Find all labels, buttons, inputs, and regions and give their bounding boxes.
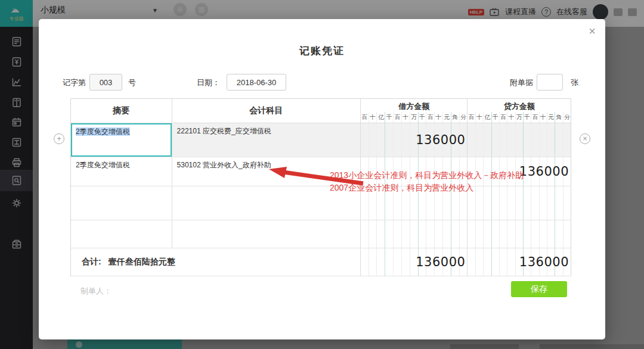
delete-row-button[interactable]: ×: [580, 133, 590, 144]
total-debit-cell: 136000: [361, 248, 468, 276]
header-credit: 贷方金额 百十亿千百十万千百十元角分: [467, 99, 571, 123]
summary-selected-text: 2季度免交增值税: [76, 127, 130, 136]
attachment-input[interactable]: [537, 74, 563, 91]
credit-cell[interactable]: [467, 123, 571, 157]
voucher-no-prefix: 记字第: [63, 77, 86, 88]
header-debit: 借方金额 百十亿千百十万千百十元角分: [361, 99, 468, 123]
total-credit-cell: 136000: [467, 248, 571, 276]
add-row-button[interactable]: +: [54, 133, 64, 144]
total-label: 合计:: [82, 257, 101, 267]
voucher-form-row: 记字第 号 日期： 附单据 张: [39, 74, 605, 91]
total-debit-amount: 136000: [416, 255, 465, 269]
total-label-cell: 合计:壹仟叁佰陆拾元整: [71, 248, 361, 276]
summary-cell[interactable]: [71, 220, 172, 248]
header-credit-label: 贷方金额: [467, 99, 571, 112]
annotation-line1: 2013小企业会计准则，科目为营业外收入－政府补助: [330, 169, 556, 182]
annotation-note: 2013小企业会计准则，科目为营业外收入－政府补助 2007企业会计准则，科目为…: [330, 169, 556, 194]
date-input[interactable]: [227, 74, 286, 91]
debit-digit-columns: 百十亿千百十万千百十元角分: [361, 112, 467, 123]
voucher-no-input[interactable]: [89, 74, 122, 91]
annotation-line2: 2007企业会计准则，科目为营业外收入: [330, 182, 556, 194]
table-header-row: 摘要 会计科目 借方金额 百十亿千百十万千百十元角分 贷方金额 百十亿千百十万千…: [71, 99, 571, 123]
debit-cell[interactable]: [361, 220, 468, 248]
debit-cell[interactable]: 136000: [361, 123, 468, 157]
table-row: 2季度免交增值税 222101 应交税费_应交增值税 136000: [71, 123, 571, 157]
summary-cell[interactable]: [71, 186, 172, 220]
total-words: 壹仟叁佰陆拾元整: [109, 257, 175, 267]
attachment-suffix: 张: [571, 77, 578, 88]
debit-amount: 136000: [416, 133, 465, 147]
credit-digit-columns: 百十亿千百十万千百十元角分: [467, 112, 571, 123]
table-row: [71, 220, 571, 248]
voucher-modal: × 记账凭证 记字第 号 日期： 附单据 张 摘要 会计科目 借方金额 百十亿千…: [39, 19, 605, 339]
app-stage: 小规模 ▼ ⊕ ▦ HELP 课程直播 ? 在线客服 ☁¥ 专业版: [0, 0, 644, 349]
summary-cell-active[interactable]: 2季度免交增值税: [71, 123, 172, 157]
voucher-no-suffix: 号: [128, 77, 136, 88]
date-label: 日期：: [197, 77, 220, 88]
close-icon[interactable]: ×: [589, 25, 596, 37]
attachment-label: 附单据: [510, 77, 533, 88]
header-account: 会计科目: [172, 99, 361, 123]
total-credit-amount: 136000: [519, 255, 569, 269]
header-summary: 摘要: [71, 99, 172, 123]
total-row: 合计:壹仟叁佰陆拾元整 136000 136000: [71, 248, 571, 276]
header-debit-label: 借方金额: [361, 99, 467, 112]
account-cell[interactable]: [172, 220, 361, 248]
maker-label: 制单人：: [80, 286, 112, 297]
summary-cell[interactable]: 2季度免交增值税: [71, 157, 172, 186]
account-cell[interactable]: 222101 应交税费_应交增值税: [172, 123, 361, 157]
save-button[interactable]: 保存: [511, 281, 567, 297]
modal-title: 记账凭证: [39, 44, 605, 58]
credit-cell[interactable]: [467, 220, 571, 248]
